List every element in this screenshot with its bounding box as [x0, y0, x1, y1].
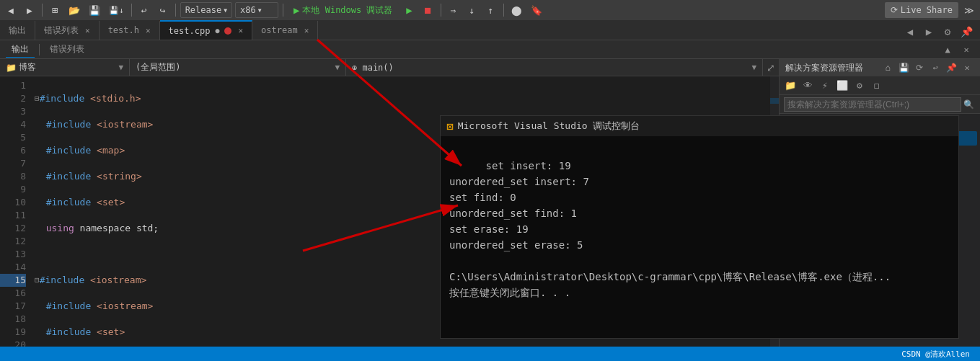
- se-collapse-icon[interactable]: ⬜: [834, 78, 850, 94]
- errors-tab-close[interactable]: ✕: [85, 26, 90, 35]
- console-line-2: unordered_set insert: 7: [449, 176, 589, 187]
- console-line-1: set insert: 19: [486, 160, 571, 171]
- console-line-5: set erase: 19: [449, 223, 529, 235]
- global-scope[interactable]: (全局范围) ▼: [130, 59, 346, 76]
- console-icon: ⊠: [446, 120, 454, 133]
- tab-scroll-right[interactable]: ▶: [921, 24, 937, 40]
- project-scope-arrow: ▼: [118, 63, 123, 72]
- output-close[interactable]: ✕: [958, 42, 974, 58]
- stop-icon[interactable]: ⏹: [420, 2, 436, 18]
- toolbar: ◀ ▶ ⊞ 📂 💾 💾↓ ↩ ↪ Release ▼ x86 ▼ ▶ 本地 Wi…: [0, 0, 980, 20]
- tab-output-tab[interactable]: 输出: [0, 21, 35, 40]
- console-content: set insert: 19 unordered_set insert: 7 s…: [441, 136, 958, 338]
- status-bar: CSDN @清欢Allen: [0, 347, 980, 361]
- output-scroll-up[interactable]: ▲: [940, 42, 955, 58]
- se-save-icon[interactable]: 💾: [896, 61, 911, 75]
- console-title-bar: ⊠ Microsoft Visual Studio 调试控制台: [441, 116, 958, 136]
- tab-pin-icon[interactable]: 📌: [958, 24, 974, 40]
- tab-test-cpp[interactable]: test.cpp ● ✕: [160, 20, 252, 40]
- console-line-6: unordered_set erase: 5: [449, 239, 583, 251]
- console-line-3: set find: 0: [449, 192, 516, 203]
- test-cpp-label: test.cpp: [169, 26, 211, 36]
- forward-button[interactable]: ▶: [22, 2, 37, 18]
- test-cpp-modified: ●: [215, 27, 219, 35]
- status-label: CSDN @清欢Allen: [897, 349, 974, 360]
- run-button[interactable]: ▶ 本地 Windows 调试器: [288, 2, 398, 18]
- se-close-icon[interactable]: ✕: [960, 61, 974, 75]
- test-cpp-close[interactable]: ✕: [238, 26, 243, 35]
- live-share-button[interactable]: ⟳ Live Share: [885, 2, 958, 18]
- console-panel: ⊠ Microsoft Visual Studio 调试控制台 set inse…: [440, 115, 959, 339]
- output-tab-label: 输出: [9, 24, 26, 37]
- tab-test-h[interactable]: test.h ✕: [100, 21, 160, 40]
- live-share-label: Live Share: [901, 5, 953, 15]
- console-title: Microsoft Visual Studio 调试控制台: [458, 120, 640, 133]
- step-into-icon[interactable]: ↓: [464, 2, 480, 18]
- platform-dropdown[interactable]: x86 ▼: [235, 2, 278, 18]
- console-line-7: C:\Users\Administrator\Desktop\c-grammar…: [449, 271, 891, 282]
- open-icon[interactable]: 📂: [66, 2, 83, 18]
- bookmark-icon[interactable]: 🔖: [528, 2, 545, 18]
- se-preview-icon[interactable]: ◻: [869, 78, 885, 94]
- se-filter-icon[interactable]: ⚡: [817, 78, 833, 94]
- output-bar: 输出 错误列表 ▲ ✕: [0, 40, 980, 59]
- project-scope-label: 博客: [19, 61, 36, 73]
- redo-icon[interactable]: ↪: [155, 2, 171, 18]
- breakpoint-icon[interactable]: ⬤: [508, 2, 525, 18]
- debug-play-icon[interactable]: ▶: [402, 2, 418, 18]
- solution-explorer-header: 解决方案资源管理器 ⌂ 💾 ⟳ ↩ 📌 ✕: [780, 59, 980, 76]
- se-pin-icon[interactable]: 📌: [944, 61, 958, 75]
- line-numbers: 1 2 3 4 5 6 7 8 9 10 11 12 12 13 14 15 1: [0, 76, 30, 361]
- function-scope-label: ⊕ main(): [352, 63, 394, 73]
- separator-4: [283, 4, 283, 17]
- build-config-label: Release: [185, 5, 222, 15]
- errors-tab-label: 错误列表: [44, 24, 79, 37]
- search-icon[interactable]: 🔍: [961, 97, 976, 112]
- undo-icon[interactable]: ↩: [136, 2, 152, 18]
- project-icon: 📁: [6, 63, 17, 73]
- tab-ostream[interactable]: ostream ✕: [252, 21, 318, 40]
- errors-panel-tab[interactable]: 错误列表: [44, 42, 90, 57]
- function-scope-arrow: ▼: [751, 63, 756, 72]
- function-scope[interactable]: ⊕ main() ▼: [346, 59, 763, 76]
- tab-bar: 输出 错误列表 ✕ test.h ✕ test.cpp ● ✕ ostream …: [0, 20, 980, 40]
- save-all-icon[interactable]: 💾↓: [106, 2, 127, 18]
- save-icon[interactable]: 💾: [86, 2, 103, 18]
- tab-scroll-left[interactable]: ◀: [902, 24, 918, 40]
- se-search-box: 🔍: [780, 95, 980, 114]
- tab-right-actions: ◀ ▶ ⚙ 📌: [902, 24, 980, 40]
- ostream-close[interactable]: ✕: [304, 26, 309, 35]
- se-toolbar: 📁 👁 ⚡ ⬜ ⚙ ◻: [780, 76, 980, 95]
- step-out-icon[interactable]: ↑: [483, 2, 499, 18]
- solution-explorer-title: 解决方案资源管理器: [785, 62, 863, 74]
- se-undo-icon[interactable]: ↩: [928, 61, 943, 75]
- build-config-dropdown[interactable]: Release ▼: [180, 2, 232, 18]
- back-button[interactable]: ◀: [3, 2, 19, 18]
- run-label: 本地 Windows 调试器: [302, 4, 392, 17]
- se-folder-icon[interactable]: 📁: [782, 78, 798, 94]
- tab-errors[interactable]: 错误列表 ✕: [35, 21, 100, 40]
- separator-5: [441, 4, 441, 17]
- output-sep: [39, 44, 40, 55]
- se-refresh-icon[interactable]: ⟳: [912, 61, 927, 75]
- step-over-icon[interactable]: ⇒: [446, 2, 462, 18]
- global-scope-label: (全局范围): [136, 61, 180, 73]
- test-h-close[interactable]: ✕: [146, 26, 151, 35]
- platform-label: x86: [240, 5, 256, 15]
- more-icon[interactable]: ≫: [961, 2, 977, 18]
- ostream-label: ostream: [261, 25, 298, 35]
- se-search-input[interactable]: [784, 97, 961, 112]
- scope-expand-icon[interactable]: ⤢: [763, 60, 779, 76]
- global-scope-arrow: ▼: [335, 63, 340, 72]
- new-file-icon[interactable]: ⊞: [47, 2, 63, 18]
- se-show-all-icon[interactable]: 👁: [800, 78, 816, 94]
- project-scope[interactable]: 📁 博客 ▼: [0, 59, 130, 76]
- se-settings-icon[interactable]: ⚙: [852, 78, 868, 94]
- se-home-icon[interactable]: ⌂: [880, 61, 895, 75]
- tab-settings-icon[interactable]: ⚙: [940, 24, 955, 40]
- output-panel-tab[interactable]: 输出: [6, 42, 35, 58]
- solution-explorer-toolbar: ⌂ 💾 ⟳ ↩ 📌 ✕: [880, 61, 974, 75]
- separator-6: [503, 4, 504, 17]
- console-line-4: unordered_set find: 1: [449, 208, 577, 219]
- console-blank: [449, 255, 455, 267]
